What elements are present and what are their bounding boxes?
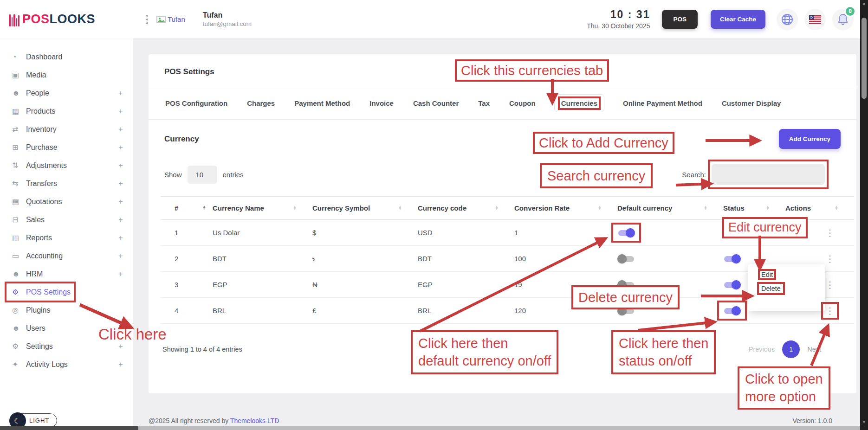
tab-currencies[interactable]: Currencies	[554, 94, 604, 112]
add-currency-button[interactable]: Add Currency	[779, 129, 841, 149]
expand-plus-icon[interactable]: +	[118, 143, 123, 152]
sort-icon[interactable]: ▲▼	[495, 206, 499, 211]
column-header-currency-symbol[interactable]: Currency Symbol▲▼	[312, 197, 418, 220]
status-toggle[interactable]	[723, 254, 741, 263]
expand-plus-icon[interactable]: +	[118, 197, 123, 206]
expand-plus-icon[interactable]: +	[118, 107, 123, 116]
tab-charges[interactable]: Charges	[246, 95, 276, 112]
sidebar-item-label: Purchase	[26, 143, 58, 152]
sidebar-item-accounting[interactable]: ▭Accounting+	[0, 247, 133, 265]
column-header-default-currency[interactable]: Default currency▲▼	[617, 197, 723, 220]
expand-plus-icon[interactable]: +	[118, 251, 123, 261]
sidebar-item-adjustments[interactable]: ⇅Adjustments+	[0, 156, 133, 174]
tab-invoice[interactable]: Invoice	[369, 95, 395, 112]
vertical-scrollbar[interactable]: ▲ ▼	[860, 0, 868, 430]
vertical-scrollbar-thumb[interactable]	[862, 18, 867, 99]
sidebar-item-media[interactable]: ▣Media	[0, 66, 133, 84]
row-menu-delete[interactable]: Delete	[761, 285, 781, 292]
column-header-status[interactable]: Status▲▼	[723, 197, 785, 220]
status-toggle[interactable]	[723, 306, 741, 315]
table-header-row: #▲▼Currency Name▲▼Currency Symbol▲▼Curre…	[161, 197, 854, 220]
scroll-up-icon[interactable]: ▲	[860, 0, 868, 6]
sidebar-item-dashboard[interactable]: ◔Dashboard	[0, 48, 133, 66]
sort-icon[interactable]: ▲▼	[398, 206, 402, 211]
expand-plus-icon[interactable]: +	[118, 161, 123, 170]
sidebar-item-products[interactable]: ▦Products+	[0, 102, 133, 120]
sidebar-item-sales[interactable]: ⊟Sales+	[0, 211, 133, 229]
sidebar-item-label: Dashboard	[26, 53, 62, 61]
default-currency-toggle[interactable]	[617, 228, 635, 237]
expand-plus-icon[interactable]: +	[118, 125, 123, 134]
sidebar-item-label: Quotations	[26, 198, 62, 206]
tab-coupon[interactable]: Coupon	[508, 95, 537, 112]
tab-pos-configuration[interactable]: POS Configuration	[164, 95, 228, 112]
user-block[interactable]: Tufan tufan@gmail.com	[203, 10, 252, 29]
status-toggle[interactable]	[723, 280, 741, 289]
sidebar-item-transfers[interactable]: ⇆Transfers+	[0, 174, 133, 193]
tab-tax[interactable]: Tax	[477, 95, 491, 112]
column-header-actions[interactable]: Actions▲▼	[785, 197, 854, 220]
sort-icon[interactable]: ▲▼	[835, 206, 838, 211]
sidebar-item-quotations[interactable]: ▤Quotations+	[0, 193, 133, 211]
column-header-currency-name[interactable]: Currency Name▲▼	[213, 197, 312, 220]
company-link[interactable]: Themelooks LTD	[230, 417, 279, 424]
expand-plus-icon[interactable]: +	[118, 179, 123, 188]
sort-icon[interactable]: ▲▼	[598, 206, 602, 211]
row-actions-kebab-icon[interactable]: ⋮	[825, 254, 835, 263]
pagination-next[interactable]: Next	[807, 346, 821, 353]
sidebar-item-hrm[interactable]: ☻HRM+	[0, 265, 133, 283]
sort-icon[interactable]: ▲▼	[293, 206, 297, 211]
sort-icon[interactable]: ▲▼	[704, 206, 707, 211]
locale-flag-button[interactable]	[804, 9, 826, 30]
clear-cache-button[interactable]: Clear Cache	[711, 10, 765, 29]
horizontal-scrollbar[interactable]	[0, 426, 860, 430]
pagination-previous[interactable]: Previous	[749, 346, 775, 353]
switch-knob	[626, 228, 635, 237]
expand-plus-icon[interactable]: +	[118, 360, 123, 369]
tab-online-payment-method[interactable]: Online Payment Method	[622, 95, 703, 112]
language-globe-button[interactable]	[777, 9, 798, 30]
switch-knob	[732, 306, 741, 315]
expand-plus-icon[interactable]: +	[118, 215, 123, 225]
row-actions-kebab-icon[interactable]: ⋮	[825, 280, 835, 289]
media-icon: ▣	[12, 71, 26, 79]
column-header-label: Actions	[785, 204, 811, 212]
cell-name: BDT	[213, 246, 312, 272]
pagination-page-1[interactable]: 1	[782, 340, 800, 358]
sidebar-item-plugins[interactable]: ◎Plugins	[0, 301, 133, 319]
expand-plus-icon[interactable]: +	[118, 233, 123, 243]
top-header: POSLOOKS Tufan Tufan tufan@gmail.com 10 …	[0, 0, 860, 39]
sidebar-item-purchase[interactable]: ⊞Purchase+	[0, 138, 133, 156]
expand-plus-icon[interactable]: +	[118, 89, 123, 98]
sidebar-item-label: Products	[26, 107, 55, 116]
copyright-text: @2025 All right reserved by Themelooks L…	[149, 417, 279, 424]
globe-icon	[781, 13, 793, 26]
column-header-[interactable]: #▲▼	[161, 197, 213, 220]
horizontal-scrollbar-thumb[interactable]	[0, 426, 138, 430]
column-header-conversion-rate[interactable]: Conversion Rate▲▼	[514, 197, 617, 220]
row-actions-kebab-icon[interactable]: ⋮	[825, 306, 835, 315]
clock: 10 : 31 Thu, 30 October 2025	[587, 8, 650, 30]
pos-button[interactable]: POS	[662, 10, 698, 29]
sidebar-item-reports[interactable]: ▥Reports+	[0, 229, 133, 247]
sidebar-item-pos-settings[interactable]: ⚙POS Settings	[0, 283, 133, 301]
entries-select[interactable]: 10	[188, 166, 217, 184]
sort-icon[interactable]: ▲▼	[766, 206, 770, 211]
scroll-down-icon[interactable]: ▼	[860, 419, 868, 425]
search-input[interactable]	[712, 164, 825, 185]
default-currency-toggle[interactable]	[617, 254, 635, 263]
sidebar-collapse-menu-icon[interactable]	[146, 15, 148, 24]
expand-plus-icon[interactable]: +	[118, 270, 123, 279]
tab-cash-counter[interactable]: Cash Counter	[412, 95, 460, 112]
sort-icon[interactable]: ▲▼	[202, 206, 206, 211]
tab-payment-method[interactable]: Payment Method	[293, 95, 351, 112]
users-icon: ☻	[12, 324, 26, 333]
column-header-currency-code[interactable]: Currency code▲▼	[418, 197, 514, 220]
tab-customer-display[interactable]: Customer Display	[721, 95, 782, 112]
notifications-button[interactable]: 0	[832, 9, 854, 30]
sidebar-item-activity-logs[interactable]: ✦Activity Logs+	[0, 355, 133, 373]
row-menu-edit[interactable]: Edit	[761, 271, 773, 278]
sidebar-item-people[interactable]: ☻People+	[0, 84, 133, 102]
sidebar-item-inventory[interactable]: ⇄Inventory+	[0, 120, 133, 138]
row-actions-kebab-icon[interactable]: ⋮	[825, 228, 835, 237]
